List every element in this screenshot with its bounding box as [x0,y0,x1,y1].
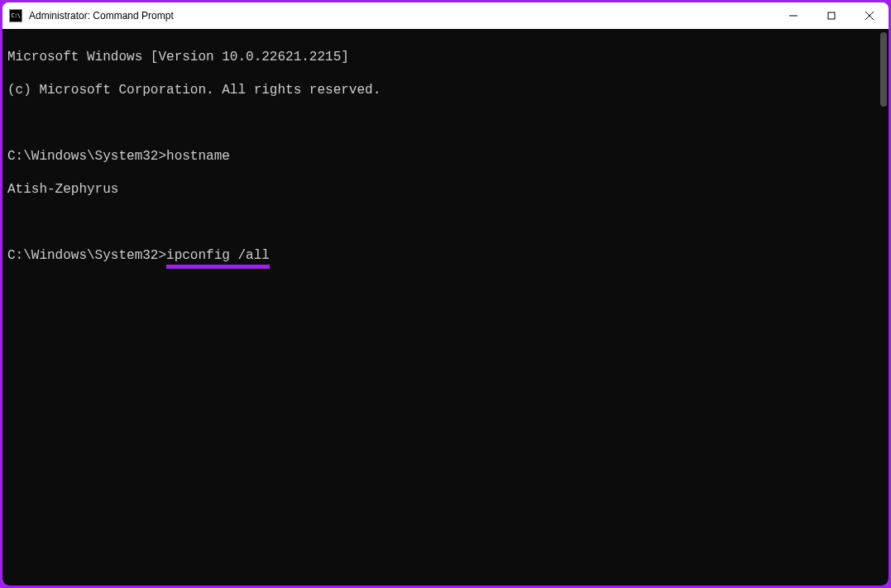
hostname-output: Atish-Zephyrus [7,181,884,198]
version-line: Microsoft Windows [Version 10.0.22621.22… [7,49,884,65]
window-title: Administrator: Command Prompt [29,10,774,22]
blank-line [7,214,884,231]
minimize-button[interactable] [774,2,812,29]
terminal-area[interactable]: Microsoft Windows [Version 10.0.22621.22… [2,29,889,586]
prompt-path: C:\Windows\System32> [7,149,166,164]
svg-rect-1 [828,12,835,19]
titlebar[interactable]: C:\ Administrator: Command Prompt [2,2,889,29]
terminal-output: Microsoft Windows [Version 10.0.22621.22… [2,29,889,300]
command-hostname: hostname [166,149,230,164]
command-ipconfig: ipconfig /all [166,247,270,264]
prompt-path: C:\Windows\System32> [7,248,166,263]
copyright-line: (c) Microsoft Corporation. All rights re… [7,82,884,98]
vertical-scrollbar[interactable] [880,32,887,107]
prompt-line-1: C:\Windows\System32>hostname [7,148,884,165]
window-controls [774,2,889,29]
cmd-icon: C:\ [9,9,22,22]
command-prompt-window: C:\ Administrator: Command Prompt Micros… [2,2,889,586]
blank-line [7,115,884,131]
maximize-button[interactable] [812,2,850,29]
prompt-line-2: C:\Windows\System32>ipconfig /all [7,247,884,264]
close-button[interactable] [850,2,889,29]
